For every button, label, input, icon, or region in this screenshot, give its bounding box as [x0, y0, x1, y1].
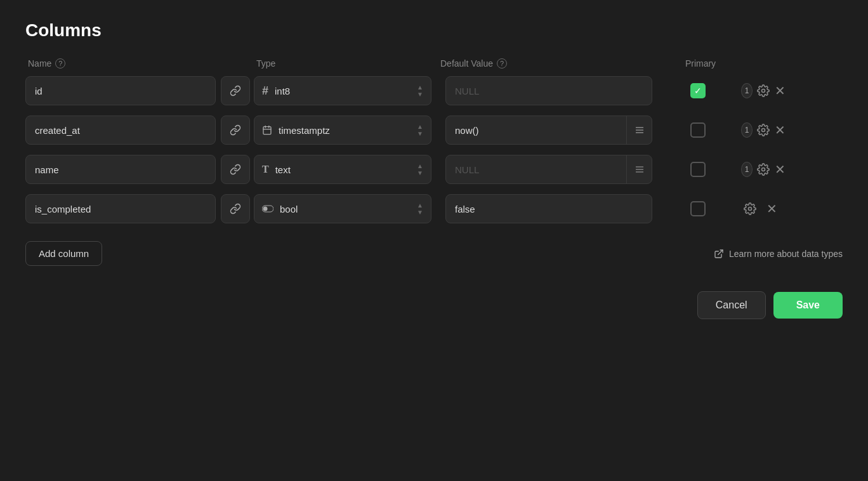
type-icon-calendar [262, 125, 272, 135]
default-help-icon[interactable]: ? [497, 58, 507, 69]
default-value-id [445, 76, 652, 105]
check-mark-id: ✓ [694, 86, 702, 95]
primary-cell-is-completed [660, 201, 736, 216]
type-icon-text: T [262, 164, 269, 175]
name-field-is-completed[interactable] [25, 194, 216, 223]
type-label-id: int8 [275, 86, 413, 96]
primary-checkbox-id[interactable]: ✓ [690, 83, 706, 98]
svg-point-15 [749, 208, 752, 211]
link-button-id[interactable] [221, 76, 250, 105]
type-label-is-completed: bool [280, 204, 413, 214]
gear-button-created-at[interactable] [756, 121, 770, 139]
gear-button-id[interactable] [756, 82, 770, 100]
type-arrows-created-at: ▲▼ [417, 123, 423, 137]
default-menu-btn-name[interactable] [626, 155, 652, 183]
menu-icon [635, 125, 645, 135]
primary-checkbox-is-completed[interactable] [690, 201, 706, 216]
table-row: bool ▲▼ ✕ [25, 194, 843, 223]
svg-point-12 [761, 168, 765, 171]
gear-icon [744, 202, 756, 215]
primary-checkbox-created-at[interactable] [690, 122, 706, 138]
type-icon-bool [262, 205, 273, 213]
type-icon-hash: # [262, 84, 268, 98]
svg-point-14 [263, 207, 268, 211]
primary-checkbox-name[interactable] [690, 162, 706, 177]
dialog-footer: Cancel Save [25, 291, 843, 319]
dialog-title: Columns [25, 20, 843, 41]
row-actions-name: 1 ✕ [741, 161, 787, 178]
row-actions-id: 1 ✕ [741, 82, 787, 100]
link-icon [230, 85, 241, 96]
default-input-created-at[interactable] [446, 116, 626, 144]
menu-icon [635, 164, 645, 175]
link-button-is-completed[interactable] [221, 194, 250, 223]
table-row: # int8 ▲▼ ✓ 1 ✕ [25, 76, 843, 105]
svg-point-0 [761, 89, 765, 93]
header-default-value: Default Value ? [440, 58, 662, 69]
default-value-name [445, 155, 652, 184]
default-input-name[interactable] [446, 155, 626, 183]
type-select-is-completed[interactable]: bool ▲▼ [254, 194, 431, 223]
svg-point-8 [761, 129, 765, 132]
type-arrows-is-completed: ▲▼ [417, 202, 423, 216]
link-button-name[interactable] [221, 155, 250, 184]
type-select-created-at[interactable]: timestamptz ▲▼ [254, 115, 431, 145]
row-actions-is-completed: ✕ [741, 200, 787, 218]
name-field-created-at[interactable] [25, 115, 216, 145]
type-label-created-at: timestamptz [279, 125, 413, 136]
cancel-button[interactable]: Cancel [697, 291, 766, 319]
close-button-id[interactable]: ✕ [773, 82, 787, 100]
type-label-name: text [275, 164, 413, 175]
type-select-id[interactable]: # int8 ▲▼ [254, 76, 431, 105]
default-input-is-completed[interactable] [446, 195, 652, 223]
default-input-id[interactable] [446, 77, 652, 105]
save-button[interactable]: Save [773, 292, 843, 319]
svg-rect-1 [263, 127, 271, 135]
primary-cell-id: ✓ [660, 83, 736, 98]
header-type: Type [256, 58, 440, 69]
svg-line-16 [718, 250, 723, 254]
link-icon [230, 124, 241, 136]
gear-icon [757, 124, 770, 136]
gear-button-name[interactable] [756, 161, 770, 178]
type-arrows-id: ▲▼ [417, 84, 423, 98]
gear-icon [757, 84, 770, 97]
columns-header: Name ? Type Default Value ? Primary [25, 58, 843, 69]
close-button-name[interactable]: ✕ [773, 161, 787, 178]
close-button-is-completed[interactable]: ✕ [763, 200, 780, 218]
type-arrows-name: ▲▼ [417, 162, 423, 176]
table-row: timestamptz ▲▼ 1 ✕ [25, 115, 843, 145]
header-primary: Primary [662, 58, 739, 69]
name-help-icon[interactable]: ? [55, 58, 65, 69]
default-menu-btn-created-at[interactable] [626, 116, 652, 144]
table-row: T text ▲▼ 1 ✕ [25, 155, 843, 184]
link-icon [230, 164, 241, 175]
badge-name: 1 [741, 162, 753, 177]
columns-dialog: Columns Name ? Type Default Value ? Prim… [0, 0, 868, 481]
gear-icon [757, 163, 770, 176]
primary-cell-created-at [660, 122, 736, 138]
name-field-id[interactable] [25, 76, 216, 105]
badge-created-at: 1 [741, 122, 753, 138]
default-value-is-completed [445, 194, 652, 223]
primary-cell-name [660, 162, 736, 177]
gear-button-is-completed[interactable] [741, 200, 759, 218]
row-actions-created-at: 1 ✕ [741, 121, 787, 139]
link-button-created-at[interactable] [221, 115, 250, 145]
external-link-icon [714, 249, 724, 259]
learn-more-label: Learn more about data types [729, 249, 843, 259]
footer-row: Add column Learn more about data types [25, 241, 843, 266]
default-value-created-at [445, 115, 652, 145]
type-select-name[interactable]: T text ▲▼ [254, 155, 431, 184]
name-field-name[interactable] [25, 155, 216, 184]
link-icon [230, 203, 241, 214]
header-name: Name ? [28, 58, 218, 69]
add-column-button[interactable]: Add column [25, 241, 102, 266]
close-button-created-at[interactable]: ✕ [773, 121, 787, 139]
learn-more-link[interactable]: Learn more about data types [714, 249, 843, 259]
badge-id: 1 [741, 83, 753, 98]
